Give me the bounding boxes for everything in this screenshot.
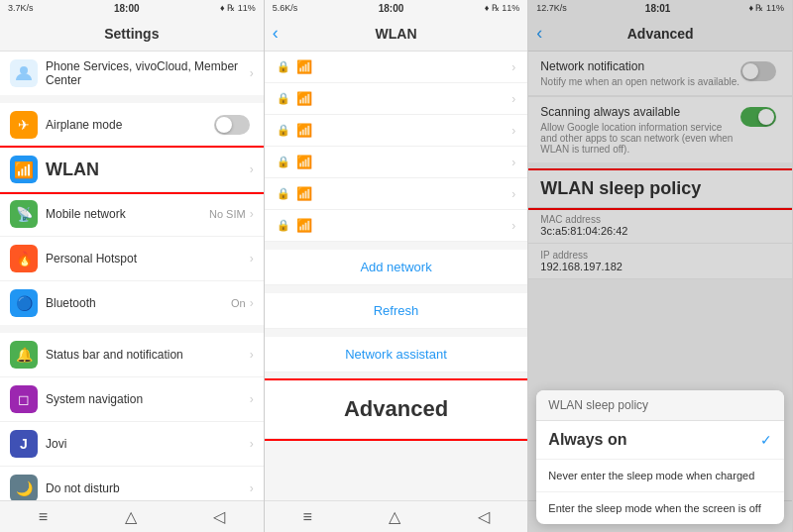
wlan-net-arrow-3: › — [511, 124, 515, 138]
dnd-label: Do not disturb — [46, 481, 250, 495]
signal-icon-2: 📶 — [296, 91, 512, 106]
settings-nav: Settings — [0, 16, 264, 52]
wlan-net-arrow-4: › — [511, 156, 515, 169]
sysnav-item[interactable]: ◻ System navigation › — [0, 377, 264, 422]
checkmark-icon: ✓ — [760, 432, 772, 448]
dialog-option-charged-label: Never enter the sleep mode when charged — [548, 470, 772, 481]
profile-label: Phone Services, vivoCloud, Member Center — [46, 59, 250, 87]
dnd-item[interactable]: 🌙 Do not disturb › — [0, 467, 264, 500]
wlan-network-5[interactable]: 🔒 📶 › — [265, 178, 528, 210]
signal-icon-6: 📶 — [296, 218, 512, 233]
sysnav-text: System navigation — [46, 392, 250, 406]
network-assistant-btn[interactable]: Network assistant — [265, 337, 528, 372]
profile-section: Phone Services, vivoCloud, Member Center… — [0, 52, 264, 95]
sysnav-icon: ◻ — [10, 385, 38, 413]
statusbar-item[interactable]: 🔔 Status bar and notification › — [0, 333, 264, 377]
lock-icon-1: 🔒 — [277, 60, 290, 73]
dialog-option-screen-off-label: Enter the sleep mode when the screen is … — [548, 502, 772, 514]
wlan-list: 🔒 📶 › 🔒 📶 › 🔒 📶 › 🔒 📶 › 🔒 📶 — [265, 52, 528, 500]
menu-btn-2[interactable]: ≡ — [302, 508, 311, 526]
signal-icon-4: 📶 — [296, 155, 512, 169]
wlan-item[interactable]: 📶 WLAN › — [0, 148, 264, 192]
advanced-btn[interactable]: Advanced — [265, 380, 528, 439]
sysnav-label: System navigation — [46, 392, 250, 406]
wlan-network-3[interactable]: 🔒 📶 › — [265, 115, 528, 147]
wlan-back-btn[interactable]: ‹ — [273, 23, 279, 44]
statusbar-text: Status bar and notification — [46, 348, 250, 362]
airplane-icon: ✈ — [10, 111, 38, 139]
profile-item[interactable]: Phone Services, vivoCloud, Member Center… — [0, 52, 264, 95]
status-right-1: ♦ ℞ 11% — [220, 3, 256, 13]
airplane-toggle[interactable] — [214, 115, 250, 135]
profile-arrow: › — [250, 66, 254, 80]
mobile-value: No SIM — [209, 208, 246, 220]
lock-icon-5: 🔒 — [277, 187, 290, 200]
connectivity-section: ✈ Airplane mode 📶 WLAN › 📡 Mobile networ… — [0, 103, 264, 325]
advanced-panel: 12.7K/s 18:01 ♦ ℞ 11% ‹ Advanced Network… — [528, 0, 793, 532]
refresh-btn[interactable]: Refresh — [265, 293, 528, 329]
dialog-option-charged[interactable]: Never enter the sleep mode when charged — [536, 460, 784, 492]
bottom-nav-2: ≡ △ ◁ — [265, 500, 528, 532]
dialog-option-always-on-label: Always on — [548, 431, 760, 449]
status-right-2: ♦ ℞ 11% — [485, 3, 520, 13]
back-btn-1[interactable]: ◁ — [213, 507, 225, 526]
settings-title: Settings — [104, 26, 159, 42]
wlan-sleep-dialog: WLAN sleep policy Always on ✓ Never ente… — [528, 0, 792, 532]
wlan-icon: 📶 — [10, 156, 38, 183]
wlan-title: WLAN — [376, 26, 417, 42]
wlan-networks-section: 🔒 📶 › 🔒 📶 › 🔒 📶 › 🔒 📶 › 🔒 📶 — [265, 52, 528, 242]
home-btn-2[interactable]: △ — [389, 507, 400, 526]
system-section: 🔔 Status bar and notification › ◻ System… — [0, 333, 264, 500]
airplane-label: Airplane mode — [46, 118, 214, 132]
dialog-option-always-on[interactable]: Always on ✓ — [536, 421, 784, 460]
wlan-network-2[interactable]: 🔒 📶 › — [265, 83, 528, 115]
signal-icon-3: 📶 — [296, 123, 512, 138]
lock-icon-2: 🔒 — [277, 92, 290, 105]
dnd-icon: 🌙 — [10, 475, 38, 500]
wlan-network-1[interactable]: 🔒 📶 › — [265, 52, 528, 83]
lock-icon-3: 🔒 — [277, 124, 290, 137]
back-btn-2[interactable]: ◁ — [478, 507, 490, 526]
mobile-label: Mobile network — [46, 207, 209, 221]
dnd-text: Do not disturb — [46, 481, 250, 495]
status-left-1: 3.7K/s — [8, 3, 34, 13]
dialog-option-screen-off[interactable]: Enter the sleep mode when the screen is … — [536, 492, 784, 524]
airplane-item[interactable]: ✈ Airplane mode — [0, 103, 264, 148]
airplane-text: Airplane mode — [46, 118, 214, 132]
hotspot-item[interactable]: 🔥 Personal Hotspot › — [0, 237, 264, 281]
jovi-arrow: › — [250, 437, 254, 451]
dnd-arrow: › — [250, 481, 254, 495]
status-left-2: 5.6K/s — [273, 3, 298, 13]
statusbar-icon: 🔔 — [10, 341, 38, 369]
home-btn-1[interactable]: △ — [125, 507, 137, 526]
bluetooth-arrow: › — [250, 296, 254, 310]
bluetooth-value: On — [231, 297, 246, 309]
wlan-network-6[interactable]: 🔒 📶 › — [265, 210, 528, 242]
wlan-nav: ‹ WLAN — [265, 16, 528, 52]
wlan-net-arrow-6: › — [511, 219, 515, 233]
wlan-net-arrow-1: › — [511, 60, 515, 74]
wlan-network-4[interactable]: 🔒 📶 › — [265, 147, 528, 178]
jovi-item[interactable]: J Jovi › — [0, 422, 264, 467]
wlan-arrow: › — [250, 162, 254, 176]
bluetooth-label: Bluetooth — [46, 296, 231, 310]
menu-btn-1[interactable]: ≡ — [39, 508, 48, 526]
add-network-btn[interactable]: Add network — [265, 250, 528, 285]
statusbar-label: Status bar and notification — [46, 348, 250, 362]
wlan-net-arrow-5: › — [511, 187, 515, 201]
settings-panel: 3.7K/s 18:00 ♦ ℞ 11% Settings Phone Serv… — [0, 0, 265, 532]
status-bar-1: 3.7K/s 18:00 ♦ ℞ 11% — [0, 0, 264, 16]
mobile-network-item[interactable]: 📡 Mobile network No SIM › — [0, 192, 264, 237]
hotspot-arrow: › — [250, 252, 254, 266]
hotspot-icon: 🔥 — [10, 245, 38, 272]
profile-text: Phone Services, vivoCloud, Member Center — [46, 59, 250, 87]
settings-list: Phone Services, vivoCloud, Member Center… — [0, 52, 264, 500]
wlan-text: WLAN — [46, 160, 250, 180]
bottom-nav-1: ≡ △ ◁ — [0, 500, 264, 532]
status-time-1: 18:00 — [114, 3, 140, 14]
statusbar-arrow: › — [250, 348, 254, 362]
sysnav-arrow: › — [250, 392, 254, 406]
profile-icon — [10, 59, 38, 87]
bluetooth-item[interactable]: 🔵 Bluetooth On › — [0, 281, 264, 325]
wlan-net-arrow-2: › — [511, 92, 515, 106]
